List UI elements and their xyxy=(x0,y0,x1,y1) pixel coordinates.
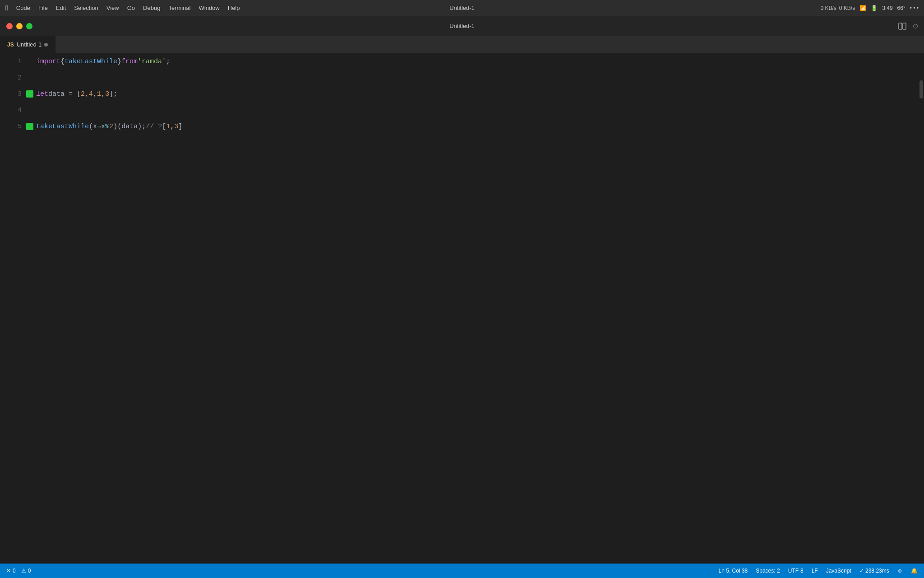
code-token: , xyxy=(101,90,105,98)
code-token: from xyxy=(121,58,138,65)
titlebar-actions xyxy=(898,22,918,31)
statusbar: ✕ 0 ⚠ 0 Ln 5, Col 38 Spaces: 2 UTF-8 LF … xyxy=(0,564,924,578)
temp-display: 66° xyxy=(897,5,906,11)
code-token: ] xyxy=(178,123,182,131)
statusbar-right: Ln 5, Col 38 Spaces: 2 UTF-8 LF JavaScri… xyxy=(719,568,918,574)
maximize-button[interactable] xyxy=(26,23,32,29)
code-cell: import { takeLastWhile } from 'ramda'; xyxy=(36,58,918,65)
code-token: 3 xyxy=(105,90,109,98)
code-token: data = [ xyxy=(48,90,81,98)
code-token: import xyxy=(36,58,60,65)
menu-help[interactable]: Help xyxy=(228,5,240,11)
menubar:  Code File Edit Selection View Go Debug… xyxy=(0,0,924,16)
code-token: [ xyxy=(162,123,166,131)
cursor-position[interactable]: Ln 5, Col 38 xyxy=(719,568,748,574)
bell-icon[interactable]: 🔔 xyxy=(911,568,918,574)
gutter-empty xyxy=(26,58,33,65)
window-title: Untitled-1 xyxy=(449,23,475,29)
line-number: 1 xyxy=(8,58,22,65)
line-number: 4 xyxy=(8,107,22,114)
scrollbar-thumb[interactable] xyxy=(919,80,923,98)
editor-row[interactable]: 1import { takeLastWhile } from 'ramda'; xyxy=(0,53,918,70)
smiley-icon[interactable]: ☺ xyxy=(897,568,903,574)
code-token: 'ramda' xyxy=(138,58,166,65)
apple-icon[interactable]:  xyxy=(5,4,8,12)
code-token: 1 xyxy=(166,123,170,131)
code-token: // ? xyxy=(146,123,162,131)
menu-selection[interactable]: Selection xyxy=(74,5,98,11)
menubar-title: Untitled-1 xyxy=(449,5,475,11)
traffic-lights xyxy=(6,23,32,29)
line-number: 2 xyxy=(8,74,22,82)
editor-row[interactable]: 2 xyxy=(0,70,918,86)
language[interactable]: JavaScript xyxy=(826,568,851,574)
tab-label: Untitled-1 xyxy=(17,41,42,48)
menubar-right: 0 KB/s 0 KB/s 📶 🔋 3.49 66° • • • xyxy=(820,5,919,11)
editor-row[interactable]: 5takeLastWhile(x ⇒ x % 2)(data); // ? [ … xyxy=(0,118,918,135)
menu-view[interactable]: View xyxy=(106,5,119,11)
svg-rect-1 xyxy=(903,23,906,29)
battery-icon: 🔋 xyxy=(871,5,878,11)
breakpoint-indicator[interactable] xyxy=(26,90,33,98)
gutter-cell: 1 xyxy=(0,58,36,65)
menu-edit[interactable]: Edit xyxy=(56,5,66,11)
wifi-icon: 📶 xyxy=(859,5,866,11)
code-token: { xyxy=(60,58,65,65)
code-token: ⇒ xyxy=(97,122,101,131)
code-token: , xyxy=(170,123,174,131)
menu-go[interactable]: Go xyxy=(127,5,135,11)
menu-window[interactable]: Window xyxy=(199,5,220,11)
code-token: 2 xyxy=(81,90,85,98)
code-token: (x xyxy=(89,123,97,131)
timing: ✓ 238.23ms xyxy=(859,568,889,574)
code-token: )(data); xyxy=(113,123,146,131)
eol[interactable]: LF xyxy=(812,568,818,574)
gutter-cell: 2 xyxy=(0,74,36,82)
split-editor-icon[interactable] xyxy=(898,22,907,31)
code-cell: let data = [2, 4, 1, 3]; xyxy=(36,90,918,98)
code-token: ]; xyxy=(109,90,117,98)
editor-container: 1import { takeLastWhile } from 'ramda';2… xyxy=(0,53,924,565)
code-token: x xyxy=(101,123,105,131)
gutter-empty xyxy=(26,107,33,114)
indentation[interactable]: Spaces: 2 xyxy=(756,568,780,574)
close-button[interactable] xyxy=(6,23,13,29)
menu-debug[interactable]: Debug xyxy=(143,5,160,11)
line-number: 3 xyxy=(8,90,22,98)
code-token: % xyxy=(105,123,109,131)
code-token: , xyxy=(85,90,89,98)
gutter-empty xyxy=(26,74,33,81)
titlebar: Untitled-1 xyxy=(0,16,924,36)
warning-icon: ⚠ xyxy=(21,568,26,574)
minimize-button[interactable] xyxy=(16,23,23,29)
menubar-left:  Code File Edit Selection View Go Debug… xyxy=(5,4,240,12)
tabbar: JS Untitled-1 xyxy=(0,36,924,53)
statusbar-left: ✕ 0 ⚠ 0 xyxy=(6,568,31,574)
code-token: 4 xyxy=(89,90,93,98)
breakpoint-indicator[interactable] xyxy=(26,123,33,130)
menu-code[interactable]: Code xyxy=(16,5,30,11)
code-token: takeLastWhile xyxy=(65,58,117,65)
svg-rect-0 xyxy=(899,23,902,29)
warning-count[interactable]: ⚠ 0 xyxy=(21,568,31,574)
code-token: takeLastWhile xyxy=(36,123,89,131)
error-count[interactable]: ✕ 0 xyxy=(6,568,16,574)
editor-body[interactable]: 1import { takeLastWhile } from 'ramda';2… xyxy=(0,53,918,565)
code-token: , xyxy=(93,90,97,98)
network-stats: 0 KB/s 0 KB/s xyxy=(820,5,855,11)
code-token: } xyxy=(117,58,121,65)
menu-file[interactable]: File xyxy=(38,5,48,11)
line-number: 5 xyxy=(8,123,22,131)
more-actions-icon[interactable] xyxy=(913,24,918,28)
error-icon: ✕ xyxy=(6,568,11,574)
tab-unsaved-indicator xyxy=(44,43,48,47)
active-tab[interactable]: JS Untitled-1 xyxy=(0,36,55,53)
menu-terminal[interactable]: Terminal xyxy=(168,5,190,11)
editor-row[interactable]: 3let data = [2, 4, 1, 3]; xyxy=(0,86,918,102)
encoding[interactable]: UTF-8 xyxy=(788,568,804,574)
editor-row[interactable]: 4 xyxy=(0,102,918,118)
time-display: 3.49 xyxy=(882,5,892,11)
scrollbar-track[interactable] xyxy=(918,53,924,565)
gutter-cell: 4 xyxy=(0,107,36,114)
code-token: 1 xyxy=(97,90,101,98)
